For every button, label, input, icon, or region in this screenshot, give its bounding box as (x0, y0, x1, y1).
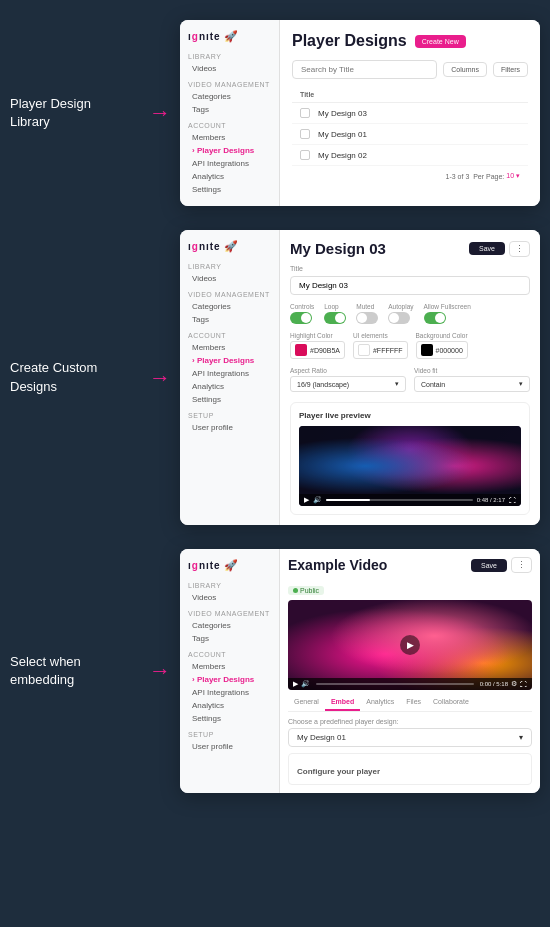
sidebar-item-tags-3[interactable]: Tags (188, 632, 271, 645)
vol-icon[interactable]: 🔊 (313, 496, 322, 504)
sidebar-item-videos-3[interactable]: Videos (188, 591, 271, 604)
aspect-ratio-label: Aspect Ratio (290, 367, 406, 374)
title-input[interactable] (290, 276, 530, 295)
sidebar-section-account-2: Account (188, 332, 271, 339)
table-footer-1: 1-3 of 3 Per Page: 10 ▾ (292, 166, 528, 180)
embed-settings-icon[interactable]: ⚙ (511, 680, 517, 688)
sidebar-item-categories-1[interactable]: Categories (188, 90, 271, 103)
columns-button[interactable]: Columns (443, 62, 487, 77)
label-text-1: Player Design Library (10, 95, 130, 131)
search-bar-1: Columns Filters (292, 60, 528, 79)
sidebar-item-player-designs-3[interactable]: Player Designs (188, 673, 271, 686)
toggle-loop-switch[interactable] (324, 312, 346, 324)
sidebar-item-settings-1[interactable]: Settings (188, 183, 271, 196)
per-page-value[interactable]: 10 ▾ (506, 172, 520, 180)
badge-dot (293, 588, 298, 593)
sidebar-item-analytics-3[interactable]: Analytics (188, 699, 271, 712)
toggle-loop: Loop (324, 303, 346, 324)
play-overlay[interactable]: ▶ (400, 635, 420, 655)
sidebar-item-settings-2[interactable]: Settings (188, 393, 271, 406)
toggle-muted-switch[interactable] (356, 312, 378, 324)
aspect-ratio-field[interactable]: 16/9 (landscape) ▾ (290, 376, 406, 392)
toggle-autoplay-switch[interactable] (388, 312, 410, 324)
sidebar-item-api-1[interactable]: API Integrations (188, 157, 271, 170)
play-icon[interactable]: ▶ (304, 496, 309, 504)
progress-track[interactable] (326, 499, 473, 501)
row-title-3: My Design 02 (318, 151, 367, 160)
arrow-icon-3: → (149, 658, 171, 684)
header-actions-2: Save ⋮ (469, 241, 530, 257)
main-content-2: My Design 03 Save ⋮ Title Controls Loop (280, 230, 540, 525)
sidebar-item-player-designs-2[interactable]: Player Designs (188, 354, 271, 367)
section-embed: Select whenembedding → ıgnıte 🚀 Library … (10, 549, 540, 793)
toggle-fullscreen-switch[interactable] (424, 312, 446, 324)
row-title-2: My Design 01 (318, 130, 367, 139)
sidebar-item-categories-3[interactable]: Categories (188, 619, 271, 632)
save-button-2[interactable]: Save (469, 242, 505, 255)
toggle-controls-switch[interactable] (290, 312, 312, 324)
embed-header: Example Video Save ⋮ (288, 557, 532, 573)
sidebar-item-settings-3[interactable]: Settings (188, 712, 271, 725)
tab-files[interactable]: Files (400, 694, 427, 711)
sidebar-item-profile-2[interactable]: User profile (188, 421, 271, 434)
sidebar-item-videos-1[interactable]: Videos (188, 62, 271, 75)
tab-embed[interactable]: Embed (325, 694, 360, 711)
aspect-ratio-value: 16/9 (landscape) (297, 381, 349, 388)
sidebar-item-members-2[interactable]: Members (188, 341, 271, 354)
sidebar-item-videos-2[interactable]: Videos (188, 272, 271, 285)
sidebar-item-analytics-2[interactable]: Analytics (188, 380, 271, 393)
arrow-icon-2: → (149, 365, 171, 391)
arrow-1: → (140, 100, 180, 126)
sidebar-item-categories-2[interactable]: Categories (188, 300, 271, 313)
bg-color: Background Color #000000 (416, 332, 468, 359)
sidebar-item-members-3[interactable]: Members (188, 660, 271, 673)
more-button-3[interactable]: ⋮ (511, 557, 532, 573)
row-title-1: My Design 03 (318, 109, 367, 118)
embed-play-icon[interactable]: ▶ (293, 680, 298, 688)
design-select-dropdown[interactable]: My Design 01 ▾ (288, 728, 532, 747)
sidebar-item-tags-1[interactable]: Tags (188, 103, 271, 116)
more-button-2[interactable]: ⋮ (509, 241, 530, 257)
save-button-3[interactable]: Save (471, 559, 507, 572)
sidebar-item-api-2[interactable]: API Integrations (188, 367, 271, 380)
preview-label: Player live preview (299, 411, 521, 420)
sidebar-section-account-1: Account (188, 122, 271, 129)
bg-color-swatch-row[interactable]: #000000 (416, 341, 468, 359)
sidebar-item-members-1[interactable]: Members (188, 131, 271, 144)
bg-color-swatch (421, 344, 433, 356)
row-checkbox-1[interactable] (300, 108, 310, 118)
ui-elements-swatch (358, 344, 370, 356)
row-checkbox-2[interactable] (300, 129, 310, 139)
create-new-button[interactable]: Create New (415, 35, 466, 48)
highlight-color-swatch (295, 344, 307, 356)
sidebar-item-player-designs-1[interactable]: Player Designs (188, 144, 271, 157)
sidebar-item-api-3[interactable]: API Integrations (188, 686, 271, 699)
table-row-2[interactable]: My Design 01 (292, 124, 528, 145)
main-content-1: Player Designs Create New Columns Filter… (280, 20, 540, 206)
embed-fullscreen-icon[interactable]: ⛶ (520, 681, 527, 688)
sidebar-item-profile-3[interactable]: User profile (188, 740, 271, 753)
ui-elements-swatch-row[interactable]: #FFFFFF (353, 341, 408, 359)
table-row-1[interactable]: My Design 03 (292, 103, 528, 124)
tab-analytics[interactable]: Analytics (360, 694, 400, 711)
sidebar-item-tags-2[interactable]: Tags (188, 313, 271, 326)
tab-general[interactable]: General (288, 694, 325, 711)
time-display: 0:48 / 2:17 (477, 497, 505, 503)
toggle-fullscreen: Allow Fullscreen (424, 303, 471, 324)
embed-progress-track[interactable] (316, 683, 474, 685)
fullscreen-icon[interactable]: ⛶ (509, 497, 516, 504)
row-checkbox-3[interactable] (300, 150, 310, 160)
toggle-autoplay-label: Autoplay (388, 303, 413, 310)
sidebar-3: ıgnıte 🚀 Library Videos Video Management… (180, 549, 280, 793)
rocket-icon-2: 🚀 (224, 240, 239, 253)
embed-vol-icon[interactable]: 🔊 (301, 680, 310, 688)
main-video[interactable]: ▶ ▶ 🔊 0:00 / 5:18 ⚙ ⛶ (288, 600, 532, 690)
filters-button[interactable]: Filters (493, 62, 528, 77)
tab-collaborate[interactable]: Collaborate (427, 694, 475, 711)
table-row-3[interactable]: My Design 02 (292, 145, 528, 166)
highlight-color-swatch-row[interactable]: #D90B5A (290, 341, 345, 359)
video-fit-field[interactable]: Contain ▾ (414, 376, 530, 392)
video-controls-bar: ▶ 🔊 0:48 / 2:17 ⛶ (299, 494, 521, 506)
sidebar-item-analytics-1[interactable]: Analytics (188, 170, 271, 183)
search-input-1[interactable] (292, 60, 437, 79)
